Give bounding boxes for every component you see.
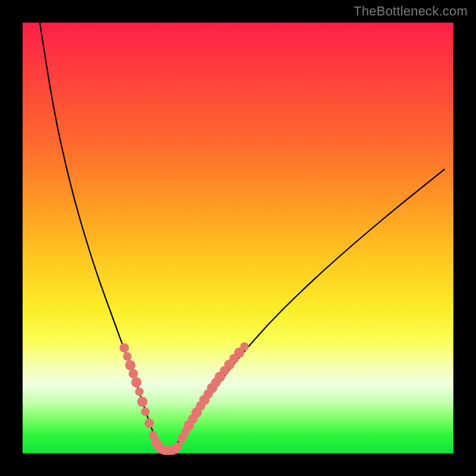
highlight-dot	[135, 387, 143, 396]
curve-right	[173, 169, 444, 449]
highlight-dot	[120, 343, 129, 353]
highlight-dot	[129, 369, 138, 378]
highlight-dot	[173, 442, 181, 450]
highlight-dot	[137, 396, 148, 406]
curve-left	[40, 23, 161, 449]
curve-layer	[23, 23, 453, 453]
highlight-dot	[131, 377, 141, 387]
plot-area	[23, 23, 453, 453]
highlight-dot	[240, 342, 249, 350]
marker-group	[120, 342, 249, 455]
highlight-dot	[141, 408, 149, 416]
highlight-dot	[123, 352, 131, 361]
highlight-dot	[125, 360, 135, 370]
chart-container: TheBottleneck.com	[0, 0, 476, 476]
watermark-text: TheBottleneck.com	[353, 4, 468, 19]
highlight-dot	[145, 418, 154, 428]
